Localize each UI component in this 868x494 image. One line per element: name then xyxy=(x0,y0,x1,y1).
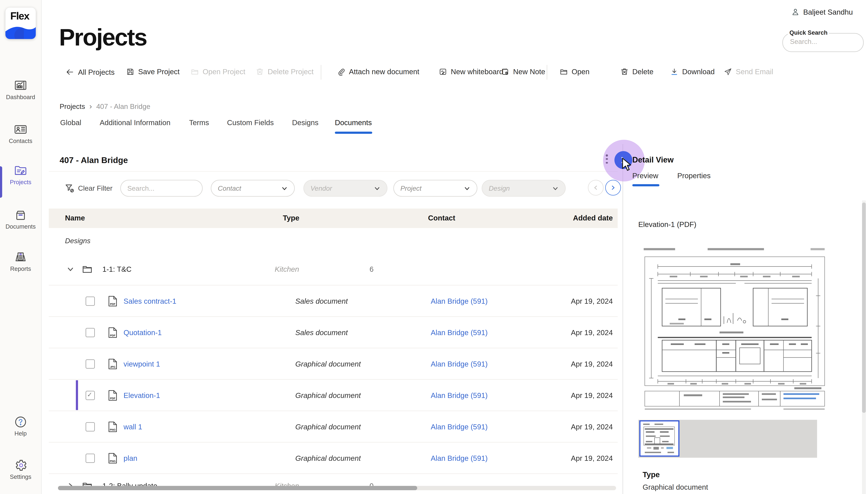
png-file-icon: PNG xyxy=(108,421,117,432)
paperclip-icon xyxy=(337,68,345,76)
added-date: Apr 19, 2024 xyxy=(571,360,613,368)
vertical-scrollbar-thumb[interactable] xyxy=(862,203,866,413)
folder-row[interactable]: 1-2: Bally update Kitchen 0 xyxy=(49,474,618,494)
quick-search-box[interactable]: Quick Search Search... xyxy=(782,33,864,52)
all-projects-button[interactable]: All Projects xyxy=(65,68,115,76)
table-row[interactable]: PNG plan Graphical document Alan Bridge … xyxy=(49,442,618,474)
pdf-file-icon: PDF xyxy=(108,390,117,401)
tab-additional-information[interactable]: Additional Information xyxy=(100,119,170,127)
delete-button[interactable]: Delete xyxy=(620,68,654,76)
column-header-contact[interactable]: Contact xyxy=(428,214,455,222)
row-checkbox[interactable] xyxy=(86,296,95,305)
table-row[interactable]: JPG viewpoint 1 Graphical document Alan … xyxy=(49,348,618,380)
project-filter-dropdown[interactable]: Project xyxy=(393,180,477,197)
document-preview-image[interactable] xyxy=(638,242,831,411)
help-icon xyxy=(14,415,27,429)
chevron-right-icon xyxy=(610,185,616,191)
sidebar-item-reports[interactable]: Reports xyxy=(0,250,41,272)
selected-row-indicator xyxy=(76,380,78,410)
contact-link[interactable]: Alan Bridge (591) xyxy=(431,454,488,462)
clear-filter-button[interactable]: Clear Filter xyxy=(65,184,113,193)
tab-designs[interactable]: Designs xyxy=(292,119,318,127)
new-whiteboard-button[interactable]: New whiteboard xyxy=(439,68,503,76)
user-menu[interactable]: Baljeet Sandhu xyxy=(791,7,853,16)
quick-search-input[interactable]: Search... xyxy=(790,38,817,45)
sidebar-item-settings[interactable]: Settings xyxy=(0,458,41,480)
send-email-button[interactable]: Send Email xyxy=(724,68,773,76)
delete-project-button[interactable]: Delete Project xyxy=(256,68,314,76)
document-link[interactable]: Quotation-1 xyxy=(124,328,162,336)
document-link[interactable]: plan xyxy=(124,454,137,462)
mouse-cursor xyxy=(621,158,634,172)
sidebar-item-help[interactable]: Help xyxy=(0,415,41,437)
row-checkbox-checked[interactable] xyxy=(86,391,95,400)
contact-filter-dropdown[interactable]: Contact xyxy=(211,180,295,197)
sidebar-item-dashboard[interactable]: Dashboard xyxy=(0,78,41,100)
row-checkbox[interactable] xyxy=(86,453,95,462)
row-checkbox[interactable] xyxy=(86,359,95,368)
contact-link[interactable]: Alan Bridge (591) xyxy=(431,297,488,305)
contact-link[interactable]: Alan Bridge (591) xyxy=(431,422,488,431)
detail-type-value: Graphical document xyxy=(643,483,708,491)
column-header-type[interactable]: Type xyxy=(283,214,299,222)
tab-terms[interactable]: Terms xyxy=(189,119,209,127)
chevron-down-icon xyxy=(374,185,380,192)
detail-tab-preview[interactable]: Preview xyxy=(632,172,658,180)
projects-icon xyxy=(14,164,27,178)
document-link[interactable]: viewpoint 1 xyxy=(124,360,160,368)
filters-prev-button[interactable] xyxy=(588,180,604,195)
table-row[interactable]: PDF Quotation-1 Sales document Alan Brid… xyxy=(49,317,618,348)
open-button[interactable]: Open xyxy=(560,68,589,76)
tab-global[interactable]: Global xyxy=(60,119,81,127)
sidebar-label-settings: Settings xyxy=(0,473,41,480)
folder-row[interactable]: 1-1: T&C Kitchen 6 xyxy=(49,253,618,285)
tab-custom-fields[interactable]: Custom Fields xyxy=(227,119,274,127)
chevron-down-icon xyxy=(464,185,470,192)
table-row-selected[interactable]: PDF Elevation-1 Graphical document Alan … xyxy=(49,380,618,411)
search-input[interactable]: Search... xyxy=(120,180,203,197)
document-type: Graphical document xyxy=(295,454,361,462)
column-header-name[interactable]: Name xyxy=(65,214,85,222)
document-link[interactable]: Elevation-1 xyxy=(124,391,160,399)
table-row[interactable]: PDF Sales contract-1 Sales document Alan… xyxy=(49,285,618,317)
document-link[interactable]: Sales contract-1 xyxy=(124,297,176,305)
trash-icon xyxy=(620,68,628,76)
open-project-button[interactable]: Open Project xyxy=(191,68,245,76)
page-thumbnail-selected[interactable] xyxy=(639,420,679,457)
app-logo[interactable]: Flex xyxy=(5,7,36,39)
sidebar-item-contacts[interactable]: Contacts xyxy=(0,122,41,144)
logo-text: Flex xyxy=(10,10,29,22)
breadcrumb-projects[interactable]: Projects xyxy=(60,102,85,110)
row-checkbox[interactable] xyxy=(86,328,95,337)
sidebar-item-projects[interactable]: Projects xyxy=(0,164,41,185)
dashboard-icon xyxy=(14,78,27,93)
tab-documents[interactable]: Documents xyxy=(335,119,372,127)
added-date: Apr 19, 2024 xyxy=(571,391,613,399)
chevron-down-icon xyxy=(552,185,559,192)
horizontal-scrollbar-thumb[interactable] xyxy=(58,486,417,490)
document-link[interactable]: wall 1 xyxy=(124,422,142,431)
folder-name[interactable]: 1-1: T&C xyxy=(102,265,131,273)
quick-search-label: Quick Search xyxy=(788,29,829,36)
breadcrumb: Projects › 407 - Alan Bridge xyxy=(60,102,150,111)
chevron-down-icon[interactable] xyxy=(67,265,74,273)
attach-new-document-button[interactable]: Attach new document xyxy=(337,68,419,76)
save-project-button[interactable]: Save Project xyxy=(126,68,180,76)
column-header-added-date[interactable]: Added date xyxy=(573,214,613,222)
table-row[interactable]: PNG wall 1 Graphical document Alan Bridg… xyxy=(49,411,618,442)
detail-tab-properties[interactable]: Properties xyxy=(677,172,711,180)
folder-icon xyxy=(560,68,568,76)
added-date: Apr 19, 2024 xyxy=(571,422,613,431)
contact-link[interactable]: Alan Bridge (591) xyxy=(431,391,488,399)
sidebar-item-documents[interactable]: Documents xyxy=(0,208,41,230)
contact-link[interactable]: Alan Bridge (591) xyxy=(431,360,488,368)
filters-next-button[interactable] xyxy=(605,180,621,195)
app-window: Flex Dashboard Contacts xyxy=(0,0,868,494)
send-icon xyxy=(724,68,732,76)
new-note-button[interactable]: New Note xyxy=(501,68,545,76)
download-button[interactable]: Download xyxy=(670,68,715,76)
row-checkbox[interactable] xyxy=(86,422,95,431)
breadcrumb-current: 407 - Alan Bridge xyxy=(96,102,150,110)
preview-document-title: Elevation-1 (PDF) xyxy=(638,221,696,229)
contact-link[interactable]: Alan Bridge (591) xyxy=(431,328,488,336)
